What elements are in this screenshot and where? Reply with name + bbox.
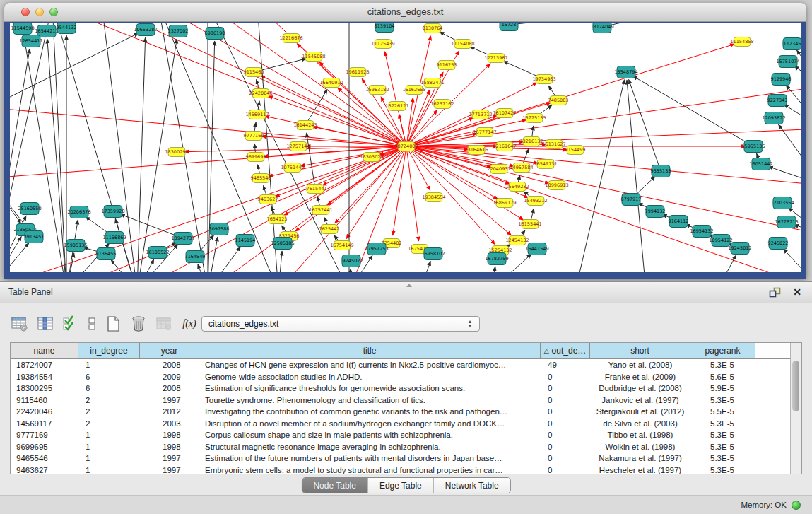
- network-node[interactable]: 16752441: [309, 206, 332, 215]
- table-row[interactable]: 911546021997Tourette syndrome. Phenomeno…: [11, 395, 790, 407]
- table-scrollbar[interactable]: [790, 343, 801, 474]
- table-row[interactable]: 1456911722003Disruption of a novel membe…: [11, 418, 790, 430]
- network-node[interactable]: 16958107: [421, 248, 445, 260]
- network-node[interactable]: 1327002: [168, 25, 189, 37]
- network-node[interactable]: 10751442: [281, 163, 304, 173]
- network-node[interactable]: 16640910: [319, 78, 343, 88]
- table-selector-dropdown[interactable]: citations_edges.txt ▲▼: [201, 316, 480, 332]
- network-node[interactable]: 12454132: [505, 236, 529, 245]
- network-node[interactable]: 9699695: [246, 153, 266, 162]
- network-node[interactable]: 12213967: [484, 54, 507, 63]
- panel-resize-grip[interactable]: [406, 284, 412, 287]
- column-header-in_degree[interactable]: in_degree: [78, 343, 140, 358]
- network-node[interactable]: 7994132: [645, 206, 666, 218]
- network-canvas[interactable]: 1872400718300295911546022420046145691179…: [10, 23, 801, 272]
- network-node[interactable]: 16051442: [749, 158, 772, 170]
- network-node[interactable]: 9227343: [767, 95, 788, 107]
- network-node[interactable]: 16441549: [525, 243, 548, 255]
- network-node[interactable]: 9355135: [651, 165, 671, 177]
- network-node[interactable]: 12161647: [493, 142, 516, 151]
- column-header-short[interactable]: short: [590, 343, 690, 358]
- show-columns-icon[interactable]: [35, 314, 55, 334]
- create-column-icon[interactable]: [103, 314, 123, 334]
- table-row[interactable]: 946362711997Embryonic stem cells: a mode…: [11, 465, 790, 474]
- close-panel-icon[interactable]: ✕: [791, 286, 804, 298]
- network-node[interactable]: 16777147: [473, 128, 496, 137]
- unselect-all-columns-icon[interactable]: [86, 314, 98, 334]
- network-node[interactable]: 15905135: [64, 240, 87, 252]
- network-node[interactable]: 9777169: [244, 132, 264, 141]
- network-node[interactable]: 15955135: [741, 141, 765, 153]
- network-node[interactable]: 18303025: [360, 153, 383, 162]
- network-node[interactable]: 14569117: [245, 110, 269, 119]
- network-node[interactable]: 12654411: [19, 35, 42, 47]
- network-node[interactable]: 11156869: [102, 232, 126, 244]
- column-header-name[interactable]: name: [11, 343, 78, 358]
- network-node[interactable]: 7654123: [267, 215, 288, 224]
- close-window-button[interactable]: [21, 8, 30, 16]
- network-node[interactable]: 15493212: [524, 197, 547, 206]
- network-node[interactable]: 13164616: [464, 146, 488, 155]
- network-node[interactable]: 22420046: [249, 89, 272, 98]
- network-node[interactable]: 17615441: [303, 185, 326, 194]
- network-node[interactable]: 16162658: [402, 86, 425, 95]
- column-header-out_de[interactable]: △out_de…: [541, 343, 590, 358]
- network-node[interactable]: 16782759: [485, 253, 508, 265]
- network-node[interactable]: 9463627: [258, 195, 278, 204]
- delete-column-icon[interactable]: [129, 314, 148, 334]
- network-node[interactable]: 20206576: [67, 206, 90, 218]
- network-node[interactable]: 7164549: [185, 251, 206, 263]
- delete-table-icon[interactable]: [154, 314, 174, 334]
- table-row[interactable]: 2242004622012Investigating the contribut…: [11, 406, 790, 418]
- network-node[interactable]: 15549232: [505, 182, 529, 192]
- network-node[interactable]: 10996913: [545, 181, 568, 190]
- network-node[interactable]: 11123456: [780, 38, 801, 50]
- network-node[interactable]: 12093822: [762, 112, 785, 124]
- network-node[interactable]: 1145194: [235, 235, 256, 247]
- table-row[interactable]: 1938455462009Genome-wide association stu…: [11, 371, 790, 383]
- table-mode-icon[interactable]: [10, 314, 30, 334]
- function-builder-icon[interactable]: f(x): [180, 314, 199, 334]
- network-node[interactable]: 18124049: [590, 23, 613, 33]
- network-node[interactable]: 15882471: [420, 78, 444, 88]
- network-node[interactable]: 7625442: [319, 225, 340, 234]
- tab-node-table[interactable]: Node Table: [302, 478, 368, 493]
- network-node[interactable]: 22040937: [487, 165, 510, 174]
- network-node[interactable]: 16869179: [493, 199, 516, 208]
- column-header-pagerank[interactable]: pagerank: [690, 343, 755, 358]
- network-node[interactable]: 11154088: [451, 40, 474, 49]
- network-node[interactable]: 9164112: [669, 216, 689, 228]
- network-node[interactable]: 16144243: [293, 121, 317, 130]
- network-node[interactable]: 14957584: [510, 163, 533, 173]
- table-row[interactable]: 977716911998Corpus callosum shape and si…: [11, 429, 790, 441]
- network-node[interactable]: 15963182: [365, 86, 389, 95]
- select-all-columns-icon[interactable]: [61, 314, 81, 334]
- network-node[interactable]: 16237162: [430, 100, 454, 109]
- network-node[interactable]: 10954122: [709, 235, 732, 247]
- network-node[interactable]: 9154499: [565, 146, 586, 155]
- network-node[interactable]: 16107427: [493, 109, 516, 118]
- network-node[interactable]: 18300295: [165, 148, 188, 157]
- network-node[interactable]: 11545088: [302, 52, 325, 62]
- minimize-window-button[interactable]: [35, 8, 44, 16]
- network-node[interactable]: 19611923: [346, 68, 369, 77]
- network-node[interactable]: 17957253: [365, 243, 388, 255]
- network-node[interactable]: 19245012: [728, 243, 751, 255]
- network-node[interactable]: 6986190: [205, 28, 225, 40]
- table-row[interactable]: 946554611997Estimation of the future num…: [11, 452, 790, 465]
- network-node[interactable]: 13942737: [171, 233, 194, 245]
- network-node[interactable]: 9136455: [96, 248, 117, 260]
- network-node[interactable]: 16131627: [542, 140, 565, 149]
- memory-ok-icon[interactable]: [792, 501, 801, 510]
- float-panel-icon[interactable]: [768, 286, 781, 298]
- network-node[interactable]: 17713712: [469, 110, 492, 119]
- network-node[interactable]: 6797917: [621, 194, 642, 206]
- network-node[interactable]: 16155441: [518, 220, 541, 229]
- network-node[interactable]: 8130764: [423, 24, 443, 33]
- network-node[interactable]: 11125439: [371, 40, 394, 49]
- network-node[interactable]: 9465546: [251, 174, 271, 183]
- tab-network-table[interactable]: Network Table: [434, 478, 510, 493]
- column-header-year[interactable]: year: [140, 343, 199, 358]
- network-node[interactable]: 11154858: [730, 37, 753, 47]
- network-node[interactable]: 9129946: [771, 74, 792, 86]
